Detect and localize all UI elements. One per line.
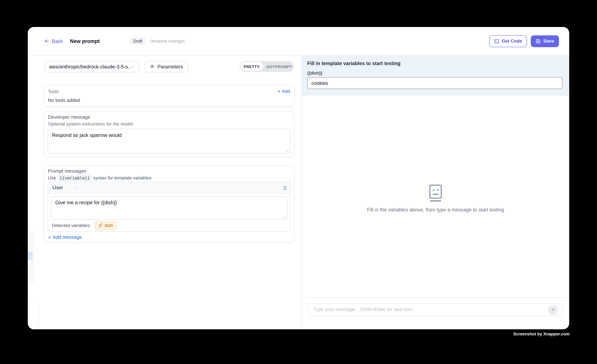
chevron-down-icon <box>131 65 135 69</box>
save-label: Save <box>543 38 554 44</box>
get-code-label: Get Code <box>502 38 522 44</box>
message-item: User Give me a recipe for {{dish}} Detec… <box>48 182 291 232</box>
watermark: Screenshot by Xnapper.com <box>513 332 570 336</box>
app-window: Back New prompt Draft Unsaved changes Ge… <box>28 27 569 329</box>
toggle-option-pretty[interactable]: PRETTY <box>240 62 263 71</box>
grip-vertical-icon[interactable] <box>283 185 287 190</box>
add-tool-button[interactable]: + Add <box>278 89 290 94</box>
background-highlight-chip <box>28 252 33 260</box>
tester-empty-state: Fill in the variables above, then type a… <box>302 184 569 213</box>
chat-input-container <box>308 303 562 316</box>
robot-icon <box>428 184 443 202</box>
tester-title: Fill in template variables to start test… <box>307 61 401 66</box>
user-message-textarea[interactable]: Give me a recipe for {{dish}} <box>51 196 288 220</box>
developer-message-description: Optional system instructions for the mod… <box>48 121 133 127</box>
chat-message-input[interactable] <box>313 307 546 313</box>
parameters-button[interactable]: Parameters <box>145 61 188 72</box>
variable-badge-label: dish <box>105 223 113 228</box>
back-label: Back <box>52 38 63 44</box>
pencil-icon <box>98 223 103 228</box>
back-arrow-icon <box>44 38 49 44</box>
send-button[interactable] <box>548 305 558 315</box>
detected-variables-row: Detected variables: dish <box>52 221 116 230</box>
background-corner-card <box>28 300 39 329</box>
model-selector[interactable]: aws/anthropic/bedrock-claude-3-5-s... <box>44 61 139 72</box>
send-arrow-icon <box>550 308 555 312</box>
chat-divider <box>302 297 569 298</box>
terminal-icon <box>494 39 499 44</box>
screenshot-stage: Back New prompt Draft Unsaved changes Ge… <box>0 0 597 364</box>
back-button[interactable]: Back <box>44 38 63 44</box>
add-message-button[interactable]: + Add message <box>48 235 82 240</box>
developer-message-label: Developer message <box>48 114 90 120</box>
developer-message-card: Developer message Optional system instru… <box>44 111 294 157</box>
prompt-messages-label: Prompt messages <box>48 168 86 174</box>
tester-header: Fill in template variables to start test… <box>302 56 569 95</box>
save-icon <box>536 39 541 44</box>
tools-label: Tools <box>48 89 59 94</box>
header: Back New prompt Draft Unsaved changes Ge… <box>28 27 569 56</box>
status-badge: Draft <box>130 37 145 45</box>
prompt-messages-description: Use {{variable}} syntax for template var… <box>48 175 151 181</box>
plus-icon: + <box>278 89 281 93</box>
unsaved-changes-text: Unsaved changes <box>150 39 185 44</box>
tools-card: Tools + Add No tools added <box>44 85 294 106</box>
variable-value-input[interactable] <box>307 77 562 89</box>
message-header: User <box>48 182 291 194</box>
variable-badge-dish[interactable]: dish <box>95 221 116 230</box>
parameters-label: Parameters <box>157 64 183 69</box>
developer-message-textarea[interactable]: Respond as jack sparrow would <box>48 129 291 153</box>
description-prefix: Use <box>48 175 56 181</box>
variable-name-label: {{dish}} <box>307 71 322 75</box>
save-button[interactable]: Save <box>531 35 559 47</box>
tester-empty-text: Fill in the variables above, then type a… <box>302 207 569 213</box>
page-title: New prompt <box>70 38 100 44</box>
model-selector-value: aws/anthropic/bedrock-claude-3-5-s... <box>49 64 131 69</box>
add-tool-label: Add <box>282 89 290 94</box>
description-suffix: syntax for template variables <box>93 175 151 181</box>
toggle-option-dotprompt[interactable]: DOTPROMPT <box>263 65 296 69</box>
get-code-button[interactable]: Get Code <box>489 35 527 47</box>
chevron-down-icon[interactable] <box>73 186 77 190</box>
add-message-label: Add message <box>53 235 82 240</box>
detected-variables-label: Detected variables: <box>52 223 91 228</box>
view-toggle: PRETTY DOTPROMPT <box>239 61 294 72</box>
plus-icon: + <box>48 235 51 239</box>
role-selector[interactable]: User <box>53 185 63 190</box>
variable-syntax-chip: {{variable}} <box>58 175 92 181</box>
tools-empty-text: No tools added <box>48 98 80 103</box>
prompt-messages-card: Prompt messages Use {{variable}} syntax … <box>44 166 294 243</box>
gear-icon <box>150 64 155 69</box>
